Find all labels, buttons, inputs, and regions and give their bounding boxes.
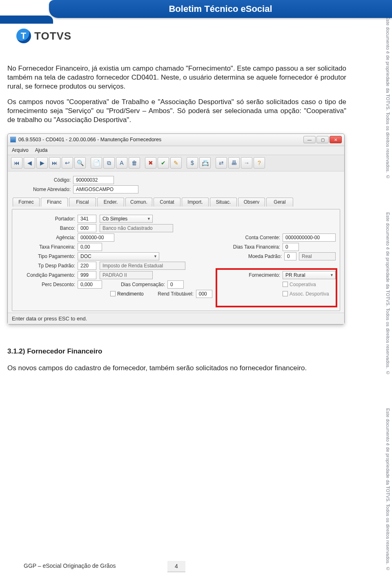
menu-ajuda[interactable]: Ajuda xyxy=(35,147,48,153)
assoc-desportiva-label: Assoc. Desportiva xyxy=(290,291,329,297)
tab-fornec[interactable]: Fornec xyxy=(13,198,40,207)
perc-desc-label: Perc Desconto: xyxy=(16,282,78,287)
chevron-down-icon: ▼ xyxy=(154,254,157,258)
side-note: Este documento é de propriedade da TOTVS… xyxy=(383,16,390,179)
banco-label: Banco: xyxy=(16,225,78,231)
rendimento-checkbox[interactable] xyxy=(110,291,116,296)
portador-input[interactable]: 341 xyxy=(78,215,96,223)
side-note: Este documento é de propriedade da TOTVS… xyxy=(383,408,390,571)
tab-fiscal[interactable]: Fiscal xyxy=(69,198,96,207)
agencia-label: Agência: xyxy=(16,235,78,240)
brand-logo: TOTVS xyxy=(16,29,71,43)
confirm-icon[interactable]: ✔ xyxy=(158,157,169,169)
section-heading: 3.1.2) Fornecedor Financeiro xyxy=(7,347,346,356)
body-paragraph-3: Os novos campos do cadastro de fornecedo… xyxy=(7,364,346,373)
rend-trib-input[interactable]: 000 xyxy=(196,290,212,298)
banco-input[interactable]: 000 xyxy=(78,224,96,232)
window-title: 06.9.5503 - CD0401 - 2.00.00.066 - Manut… xyxy=(18,137,161,142)
tp-desp-label: Tp Desp Padrão: xyxy=(16,263,78,269)
taxa-financeira-input[interactable]: 0,00 xyxy=(78,243,102,251)
close-button[interactable]: ✕ xyxy=(330,136,342,143)
rendimento-label: Rendimento xyxy=(117,291,144,297)
moeda-padrao-code[interactable]: 0 xyxy=(284,252,296,260)
moeda-padrao-label: Moeda Padrão: xyxy=(239,253,284,259)
maximize-button[interactable]: ▢ xyxy=(316,136,329,143)
tab-strip: Fornec Financ Fiscal Ender. Comun. Conta… xyxy=(13,198,340,207)
conta-corrente-label: Conta Corrente: xyxy=(229,235,283,240)
search-icon[interactable]: 🔍 xyxy=(74,157,86,169)
page-footer: GGP – eSocial Originação de Grãos xyxy=(24,562,116,569)
chevron-down-icon: ▼ xyxy=(147,217,151,221)
delete-icon[interactable]: 🗑 xyxy=(129,157,140,169)
taxa-financeira-label: Taxa Financeira: xyxy=(16,244,78,250)
cooperativa-checkbox[interactable] xyxy=(283,282,288,287)
next-record-icon[interactable]: ▶ xyxy=(36,157,48,169)
menu-arquivo[interactable]: Arquivo xyxy=(12,147,29,153)
portador-label: Portador: xyxy=(16,216,78,222)
minimize-button[interactable]: — xyxy=(303,136,316,143)
app-window: 06.9.5503 - CD0401 - 2.00.00.066 - Manut… xyxy=(7,133,345,325)
body-paragraph-1: No Fornecedor Financeiro, já existia um … xyxy=(7,64,346,91)
tipo-pagamento-label: Tipo Pagamento: xyxy=(16,253,78,259)
cond-pag-input[interactable]: 999 xyxy=(78,271,96,279)
fornecimento-combo[interactable]: PR Rural▼ xyxy=(283,271,336,279)
tab-financ[interactable]: Financ xyxy=(41,198,68,207)
side-note: Este documento é de propriedade da TOTVS… xyxy=(383,212,390,375)
new-icon[interactable]: 📄 xyxy=(91,157,102,169)
chevron-down-icon: ▼ xyxy=(330,273,334,277)
conta-corrente-input[interactable]: 0000000000-00 xyxy=(283,233,336,242)
rend-trib-label: Rend Tributável: xyxy=(151,291,196,297)
codigo-input[interactable]: 90000032 xyxy=(73,176,114,184)
page-title: Boletim Técnico eSocial xyxy=(49,0,392,18)
dias-comp-label: Dias Compensação: xyxy=(114,282,167,287)
page-number: 4 xyxy=(167,561,185,572)
goto-icon[interactable]: ↩ xyxy=(62,157,73,169)
edit-icon[interactable]: ✎ xyxy=(170,157,182,169)
last-record-icon[interactable]: ⏭ xyxy=(49,157,60,169)
ribbon-tail xyxy=(0,16,53,24)
currency-icon[interactable]: $ xyxy=(187,157,198,169)
prev-record-icon[interactable]: ◀ xyxy=(24,157,35,169)
cond-pag-label: Condição Pagamento: xyxy=(16,272,78,278)
app-icon xyxy=(10,137,16,142)
dias-taxa-label: Dias Taxa Financeira: xyxy=(221,244,283,250)
agencia-input[interactable]: 000000-00 xyxy=(78,233,114,242)
tp-desp-desc: Imposto de Renda Estadual xyxy=(100,262,185,270)
totvs-icon xyxy=(16,29,31,43)
link-icon[interactable]: ⇄ xyxy=(216,157,227,169)
copy-icon[interactable]: ⧉ xyxy=(103,157,115,169)
codigo-label: Código: xyxy=(12,177,73,183)
moeda-padrao-desc: Real xyxy=(299,252,336,260)
fornecimento-label: Fornecimento: xyxy=(238,272,283,278)
tipo-pagamento-combo[interactable]: DOC▼ xyxy=(78,252,159,260)
banco-desc: Banco não Cadastrado xyxy=(100,224,173,232)
tab-observ[interactable]: Observ xyxy=(238,198,265,207)
cooperativa-label: Cooperativa xyxy=(290,282,316,287)
body-paragraph-2: Os campos novos "Cooperativa" de Trabalh… xyxy=(7,98,346,124)
nome-abreviado-input[interactable]: AMIGOSCAMPO xyxy=(73,185,138,193)
tab-body-financ: Portador: 341 Cb Simples▼ Banco: 000 Ban… xyxy=(12,209,340,311)
page-header-ribbon: Boletim Técnico eSocial xyxy=(0,0,392,29)
window-titlebar: 06.9.5503 - CD0401 - 2.00.00.066 - Manut… xyxy=(8,134,344,146)
tp-desp-input[interactable]: 220 xyxy=(78,262,96,270)
perc-desc-input[interactable]: 0,000 xyxy=(78,280,102,289)
first-record-icon[interactable]: ⏮ xyxy=(11,157,22,169)
cond-pag-desc: PADRAO II xyxy=(100,271,153,279)
dias-taxa-input[interactable]: 0 xyxy=(283,243,299,251)
portador-combo[interactable]: Cb Simples▼ xyxy=(100,215,153,223)
report-icon[interactable]: 📇 xyxy=(199,157,211,169)
assoc-desportiva-checkbox[interactable] xyxy=(283,291,288,296)
tab-geral[interactable]: Geral xyxy=(266,198,293,207)
tab-import[interactable]: Import. xyxy=(182,198,209,207)
exit-icon[interactable]: → xyxy=(241,157,252,169)
tab-comun[interactable]: Comun. xyxy=(125,198,152,207)
status-bar: Enter data or press ESC to end. xyxy=(8,313,344,324)
help-icon[interactable]: ? xyxy=(254,157,265,169)
font-icon[interactable]: A xyxy=(116,157,127,169)
cancel-icon[interactable]: ✖ xyxy=(145,157,156,169)
tab-contat[interactable]: Contat xyxy=(154,198,180,207)
tab-situac[interactable]: Situac. xyxy=(210,198,237,207)
dias-comp-input[interactable]: 0 xyxy=(167,280,184,289)
tab-ender[interactable]: Ender. xyxy=(97,198,124,207)
print-icon[interactable]: 🖶 xyxy=(228,157,240,169)
